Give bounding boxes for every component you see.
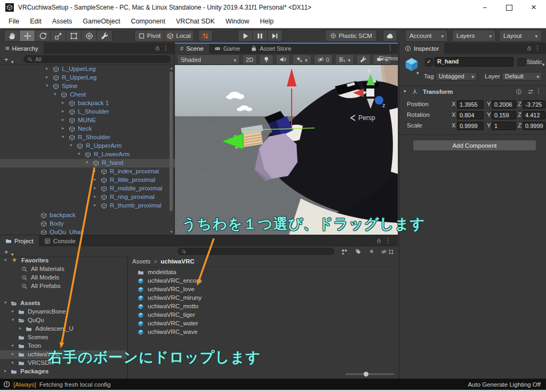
- tab-console[interactable]: Console: [39, 235, 81, 246]
- hierarchy-row[interactable]: backpack: [0, 211, 175, 220]
- asset-row[interactable]: uchiwaVRC_miruny: [128, 294, 398, 302]
- menu-component[interactable]: Component: [125, 18, 171, 25]
- expand-arrow-icon[interactable]: [4, 368, 10, 373]
- expand-arrow-icon[interactable]: [19, 325, 25, 331]
- tab-project[interactable]: Project: [0, 235, 39, 246]
- tab-inspector[interactable]: Inspector: [399, 43, 444, 54]
- hierarchy-row[interactable]: QuQu_Uhair: [0, 228, 175, 235]
- hierarchy-row[interactable]: Neck: [0, 125, 175, 133]
- tab-asset-store[interactable]: Asset Store: [245, 43, 296, 54]
- collapse-arrow-icon[interactable]: [70, 142, 75, 148]
- tab-game[interactable]: Game: [209, 43, 245, 54]
- favorites-item[interactable]: All Models: [0, 274, 127, 282]
- hierarchy-row[interactable]: Spine: [0, 82, 175, 91]
- thumbnail-size-slider[interactable]: [346, 373, 395, 375]
- favorites-item[interactable]: All Materials: [0, 265, 127, 274]
- create-button[interactable]: [4, 54, 9, 64]
- static-dropdown-icon[interactable]: [542, 59, 545, 68]
- pause-button[interactable]: [253, 30, 268, 42]
- cloud-button[interactable]: [383, 30, 397, 42]
- grid-snap-button[interactable]: [198, 30, 213, 42]
- position-y-field[interactable]: 0.2006: [492, 100, 516, 109]
- lock-icon[interactable]: [376, 238, 382, 244]
- perspective-label[interactable]: Persp: [358, 114, 375, 122]
- menu-help[interactable]: Help: [254, 18, 279, 25]
- layout-dropdown[interactable]: Layout: [499, 30, 542, 42]
- tree-row[interactable]: QuQu: [0, 316, 127, 325]
- account-dropdown[interactable]: Account: [405, 30, 448, 42]
- position-z-field[interactable]: -3.725: [523, 100, 545, 109]
- search-by-type-icon[interactable]: [341, 249, 348, 255]
- collapse-arrow-icon[interactable]: [12, 317, 17, 322]
- tree-row[interactable]: Adolescent_U: [0, 325, 127, 333]
- expand-arrow-icon[interactable]: [62, 117, 67, 122]
- expand-arrow-icon[interactable]: [62, 100, 67, 105]
- create-dropdown-icon[interactable]: [11, 56, 14, 66]
- expand-arrow-icon[interactable]: [12, 342, 17, 348]
- scene-viewport[interactable]: y x z Persp: [175, 65, 398, 235]
- favorites-row[interactable]: Favorites: [0, 257, 127, 265]
- expand-arrow-icon[interactable]: [46, 74, 51, 79]
- component-tools-button[interactable]: [356, 54, 371, 65]
- collapse-arrow-icon[interactable]: [4, 257, 10, 262]
- static-checkbox[interactable]: [518, 58, 526, 66]
- asset-row[interactable]: uchiwaVRC_wave: [128, 328, 398, 337]
- scale-y-field[interactable]: 1: [492, 122, 516, 130]
- rect-tool-button[interactable]: [66, 30, 82, 42]
- 2d-toggle-button[interactable]: 2D: [242, 54, 257, 65]
- help-icon[interactable]: [516, 89, 522, 95]
- layers-dropdown[interactable]: Layers: [452, 30, 496, 42]
- expand-arrow-icon[interactable]: [94, 168, 99, 173]
- position-x-field[interactable]: 1.3955: [457, 100, 484, 109]
- hierarchy-row[interactable]: MUNE: [0, 116, 175, 125]
- scroll-up-icon[interactable]: ▲: [169, 66, 174, 70]
- menu-edit[interactable]: Edit: [25, 18, 47, 25]
- hierarchy-search-input[interactable]: All: [23, 55, 171, 63]
- hierarchy-row[interactable]: R_ring_proximal: [0, 193, 175, 202]
- lock-icon[interactable]: [526, 45, 532, 51]
- collapse-arrow-icon[interactable]: [78, 151, 83, 156]
- grid-visibility-dropdown[interactable]: [335, 54, 354, 65]
- scene-visibility-button[interactable]: 0: [314, 54, 333, 65]
- asset-row[interactable]: uchiwaVRC_encore: [128, 277, 398, 285]
- project-search-input[interactable]: [178, 248, 334, 255]
- hierarchy-row[interactable]: R_UpperLeg: [0, 74, 175, 82]
- collapse-arrow-icon[interactable]: [62, 134, 67, 139]
- menu-window[interactable]: Window: [220, 18, 254, 25]
- kebab-menu-icon[interactable]: [163, 44, 169, 52]
- hierarchy-row[interactable]: R_Shoulder: [0, 133, 175, 142]
- gizmos-dropdown[interactable]: Gizmos: [379, 55, 398, 61]
- hierarchy-row[interactable]: R_middle_proximal: [0, 185, 175, 193]
- hierarchy-row[interactable]: R_UpperArm: [0, 142, 175, 150]
- collapse-arrow-icon[interactable]: [86, 159, 91, 165]
- minimize-button[interactable]: [472, 0, 497, 15]
- move-tool-button[interactable]: [20, 30, 35, 42]
- expand-arrow-icon[interactable]: [94, 185, 99, 190]
- hierarchy-row[interactable]: L_UpperLeg: [0, 65, 175, 74]
- search-by-label-icon[interactable]: [355, 249, 362, 255]
- scale-z-field[interactable]: 0.9999: [523, 122, 545, 130]
- gizmo-z-label[interactable]: z: [382, 102, 386, 108]
- collapse-arrow-icon[interactable]: [4, 300, 10, 305]
- maximize-button[interactable]: [497, 0, 521, 15]
- hierarchy-row[interactable]: R_LowerArm: [0, 150, 175, 159]
- scale-x-field[interactable]: 0.9999: [457, 122, 484, 130]
- expand-arrow-icon[interactable]: [94, 194, 99, 199]
- rotation-x-field[interactable]: 0.804: [457, 111, 484, 119]
- asset-row[interactable]: uchiwaVRC_tiger: [128, 311, 398, 319]
- close-button[interactable]: [521, 0, 546, 15]
- hierarchy-scrollbar[interactable]: ▲ ▼: [168, 65, 174, 235]
- kebab-menu-icon[interactable]: [534, 44, 541, 52]
- hierarchy-row[interactable]: Chest: [0, 91, 175, 99]
- breadcrumb-current[interactable]: uchiwaVRC: [160, 258, 194, 265]
- transform-tool-button[interactable]: [82, 30, 97, 42]
- hierarchy-row[interactable]: R_index_proximal: [0, 167, 175, 176]
- local-toggle-button[interactable]: Local: [164, 30, 194, 42]
- audio-toggle-button[interactable]: [276, 54, 290, 65]
- lighting-toggle-button[interactable]: [259, 54, 274, 65]
- tag-dropdown[interactable]: Untagged: [436, 72, 477, 81]
- status-bar[interactable]: [Always] Fetching fresh local config Aut…: [0, 379, 546, 390]
- expand-arrow-icon[interactable]: [62, 108, 67, 114]
- rotation-z-field[interactable]: 4.412: [523, 111, 545, 119]
- rotate-tool-button[interactable]: [35, 30, 51, 42]
